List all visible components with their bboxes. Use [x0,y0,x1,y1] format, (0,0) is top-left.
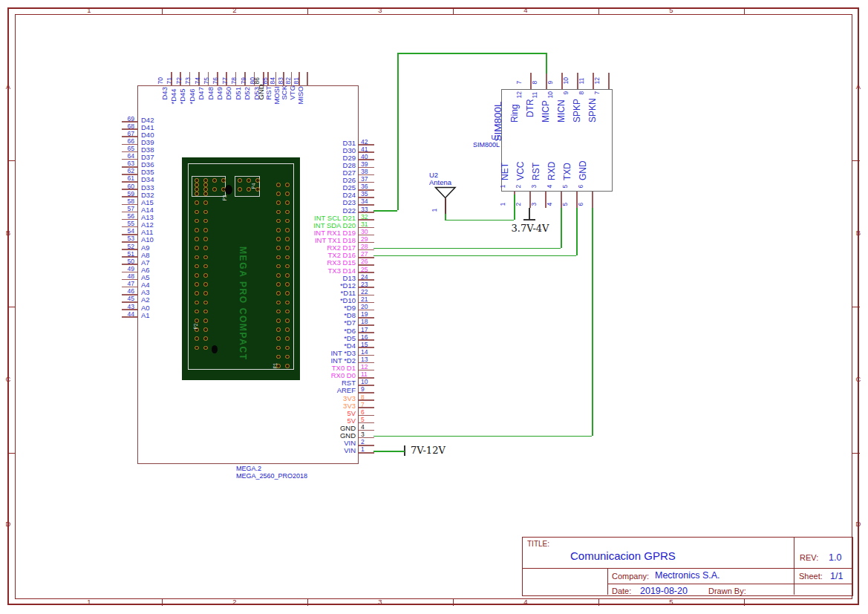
pin-name[interactable]: RST [265,86,273,100]
pin-number[interactable]: 76 [212,77,219,84]
pin-name[interactable]: D49 [215,87,223,99]
power-label-sim[interactable]: 3.7V-4V [509,223,552,234]
antenna-pin-stub[interactable] [445,198,446,215]
pin-number-outer[interactable]: 8 [532,80,538,84]
pin-number[interactable]: 67 [122,130,134,137]
pin-number[interactable]: 57 [122,205,134,212]
pin-number[interactable]: 69 [122,115,134,123]
wire-d22-to-dtr[interactable] [373,210,397,212]
pin-number[interactable]: 34 [361,197,373,205]
pin-number[interactable]: 6 [361,408,373,416]
pin-number-outer[interactable]: 10 [563,77,570,84]
pin-number[interactable]: 10 [361,378,373,385]
pin-name[interactable]: D51 [234,87,241,99]
pin-number[interactable]: 38 [361,168,373,175]
pin-number[interactable]: 52 [122,243,134,250]
pin-number[interactable]: 8 [361,393,373,401]
pin-name[interactable]: Ring [510,104,519,123]
pin-number[interactable]: 74 [194,77,200,84]
pin-number[interactable]: 20 [361,303,373,310]
pin-name[interactable]: MICP [541,100,550,123]
pin-number[interactable]: 61 [122,174,134,182]
wire-rx2d17-to-rxd[interactable] [373,248,561,249]
pin-name[interactable]: NET [500,163,509,180]
wire-antenna-to-net[interactable] [445,214,446,220]
pin-number[interactable]: 73 [185,77,192,84]
pin-name[interactable]: SCK [281,85,288,100]
pin-name[interactable]: A1 [141,311,150,319]
power-flag-sim-line[interactable] [529,208,530,220]
pin-number[interactable]: 45 [122,295,134,302]
pin-number[interactable]: 59 [122,190,134,197]
pin-number[interactable]: 66 [122,137,134,145]
pin-number[interactable]: 86 [254,77,261,84]
pin-number-outer[interactable]: 7 [516,80,523,84]
pin-number[interactable]: 35 [361,190,373,197]
pin-number[interactable]: 44 [122,310,134,318]
pin-number[interactable]: 39 [361,160,373,168]
pin-number[interactable]: 37 [361,175,373,183]
pin-name[interactable]: SPKN [588,98,597,123]
pin-number[interactable]: 33 [361,206,373,213]
pin-name[interactable]: VTG [288,85,296,100]
pin-number[interactable]: 49 [122,265,134,272]
antenna-value[interactable]: Antena [429,178,451,186]
pin-number[interactable]: 13 [361,356,373,363]
pin-number[interactable]: 84 [270,77,276,84]
pin-number-outer[interactable]: 3 [531,202,538,206]
pin-number[interactable]: 24 [361,273,373,281]
pin-number[interactable]: 43 [122,303,134,310]
pin-name[interactable]: TXD [563,163,572,180]
pin-number[interactable]: 32 [361,213,373,221]
pin-number[interactable]: 47 [122,280,134,287]
pin-number[interactable]: 30 [361,228,373,235]
pin-name[interactable]: MISO [296,86,304,104]
rev-value[interactable]: 1.0 [829,552,841,563]
pin-number[interactable]: 75 [203,77,210,84]
pin-name[interactable]: GND [578,160,587,180]
pin-name[interactable]: D47 [198,87,205,99]
pin-number[interactable]: 40 [361,153,373,160]
pin-number[interactable]: 27 [361,250,373,258]
pin-number[interactable]: 2 [361,438,373,445]
pin-number-outer[interactable]: 5 [562,202,569,206]
pin-number-outer[interactable]: 1 [500,202,506,206]
pin-name[interactable]: VCC [516,162,525,180]
pin-number[interactable]: 55 [122,220,134,227]
pin-name[interactable]: D52 [244,87,251,99]
pin-number[interactable]: 16 [361,333,373,341]
pin-number[interactable]: 4 [361,423,373,431]
pin-number[interactable]: 5 [361,416,373,423]
pin-number[interactable]: 3 [361,431,373,438]
wire-tx2d16-to-txd[interactable] [576,208,578,255]
pin-number[interactable]: 12 [361,363,373,370]
wire-rx2d17-to-rxd[interactable] [561,208,562,248]
wire-gnd-to-gnd[interactable] [592,208,593,436]
pin-number[interactable]: 70 [157,77,164,84]
pin-number[interactable]: 11 [361,370,373,378]
pin-number[interactable]: 15 [361,341,373,348]
pin-number[interactable]: 72 [175,77,182,84]
company-value[interactable]: Mectronics S.A. [655,570,720,581]
pin-number[interactable]: 1 [361,445,373,453]
pin-name[interactable]: VIN [268,446,356,454]
pin-number[interactable]: 60 [122,183,134,190]
pin-name[interactable]: RXD [547,162,556,180]
pin-number[interactable]: 82 [285,77,292,84]
pin-number[interactable]: 28 [361,243,373,250]
wire-d22-to-dtr[interactable] [397,53,399,210]
sheet-title[interactable]: Comunicacion GPRS [570,549,676,562]
pin-name[interactable]: MICN [557,99,566,123]
pin-name[interactable]: *D46 [188,88,195,104]
pin-number[interactable]: 71 [166,77,173,84]
pin-stub[interactable] [592,192,593,208]
pin-number[interactable]: 22 [361,288,373,295]
wire-d22-to-dtr[interactable] [546,53,547,74]
pin-number[interactable]: 42 [361,138,373,146]
pin-number[interactable]: 56 [122,212,134,220]
pin-number[interactable]: 68 [122,123,134,130]
pin-number[interactable]: 46 [122,287,134,295]
date-value[interactable]: 2019-08-20 [640,586,688,596]
wire-gnd-to-gnd[interactable] [373,436,592,437]
pin-number[interactable]: 14 [361,348,373,356]
